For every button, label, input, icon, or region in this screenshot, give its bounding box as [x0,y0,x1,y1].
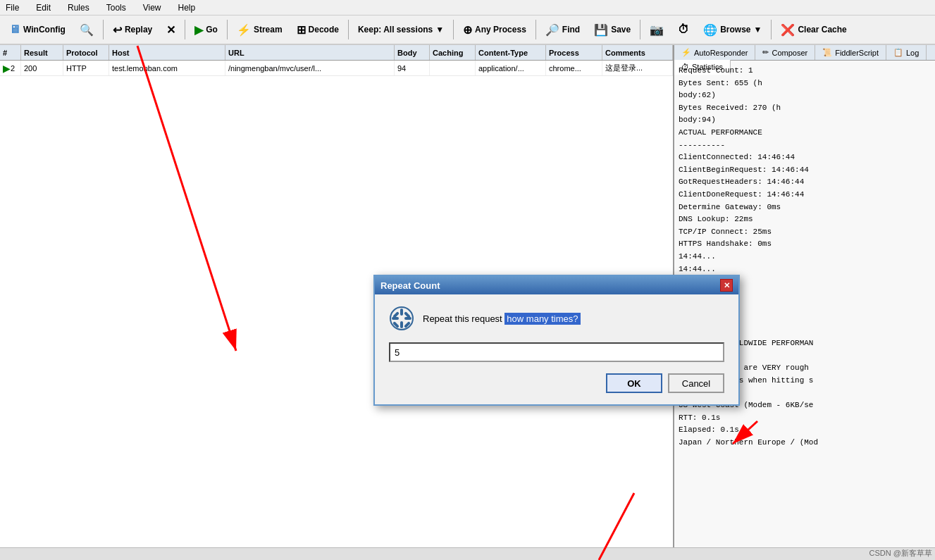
browse-icon: 🌐 [703,23,717,37]
go-icon: ▶ [194,23,203,37]
replay-icon: ↩ [113,23,122,37]
search-icon: 🔍 [80,23,94,37]
menu-tools[interactable]: Tools [104,3,129,13]
stat-line: DNS Lookup: 22ms [679,213,931,226]
dialog-cancel-button[interactable]: Cancel [668,373,724,393]
toolbar: 🖥 WinConfig 🔍 ↩ Replay ✕ ▶ Go ⚡ Stream ⊞… [0,15,935,45]
stat-line: 14:44... [679,251,931,263]
replay-button[interactable]: ↩ Replay [106,18,159,41]
autoresponder-icon: ⚡ [681,48,691,57]
screenshot-icon: 📷 [650,23,664,37]
stat-line: ACTUAL PERFORMANCE [679,127,931,139]
stat-line: Bytes Sent: 655 (h [679,77,931,90]
cell-host: test.lemonban.com [109,61,225,75]
keep-dropdown-icon: ▼ [435,25,444,35]
col-header-comments: Comments [602,45,673,60]
go-button[interactable]: ▶ Go [188,18,224,41]
anyprocess-button[interactable]: ⊕ Any Process [457,18,533,41]
save-button[interactable]: 💾 Save [588,18,637,41]
save-label: Save [611,25,631,35]
remove-button[interactable]: ✕ [160,18,182,41]
screenshot-button[interactable]: 📷 [643,18,670,41]
decode-label: Decode [309,25,339,35]
dialog-titlebar: Repeat Count ✕ [375,276,738,294]
stream-button[interactable]: ⚡ Stream [230,18,289,41]
row-icon: ▶ [3,63,11,74]
tab-autoresponder[interactable]: ⚡ AutoResponder [674,45,755,60]
find-label: Find [562,25,580,35]
autoresponder-label: AutoResponder [694,49,748,57]
toolbar-sep-7 [640,20,640,39]
toolbar-sep-5 [453,20,454,39]
anyprocess-label: Any Process [475,25,526,35]
status-bar [0,547,935,560]
menu-edit[interactable]: Edit [33,3,54,13]
dialog-prompt-row: Repeat this request how many times? [389,306,724,331]
menu-help[interactable]: Help [175,3,199,13]
toolbar-sep-6 [535,20,536,39]
clearcache-label: Clear Cache [798,25,846,35]
stat-line: ClientDoneRequest: 14:46:44 [679,189,931,201]
stat-line: TCP/IP Connect: 25ms [679,226,931,239]
stat-line: ClientBeginRequest: 14:46:44 [679,164,931,177]
cell-url: /ningmengban/mvc/user/l... [225,61,395,75]
toolbar-sep-8 [771,20,772,39]
cell-comments: 这是登录... [602,61,673,75]
col-header-content: Content-Type [476,45,546,60]
dialog-body: Repeat this request how many times? OK C… [375,294,738,404]
clearcache-button[interactable]: ❌ Clear Cache [774,18,853,41]
menu-file[interactable]: File [3,3,22,13]
stream-icon: ⚡ [237,23,251,37]
table-row[interactable]: ▶ 2 200 HTTP test.lemonban.com /ningmeng… [0,61,673,76]
col-header-url: URL [225,45,395,60]
tab-fiddlerscript[interactable]: 📜 FiddlerScript [815,45,886,60]
col-header-host: Host [109,45,225,60]
menu-view[interactable]: View [140,3,164,13]
toolbar-sep-4 [348,20,349,39]
col-header-caching: Caching [430,45,476,60]
decode-button[interactable]: ⊞ Decode [290,18,345,41]
menu-rules[interactable]: Rules [65,3,92,13]
stat-line: Elapsed: 0.1s [679,424,931,437]
dialog-buttons: OK Cancel [389,373,724,393]
cell-num: ▶ 2 [0,61,21,75]
winconfig-button[interactable]: 🖥 WinConfig [3,18,72,41]
col-header-body: Body [395,45,430,60]
dialog-prompt-highlight: how many times? [504,313,580,325]
toolbar-sep-2 [185,20,185,39]
cell-result: 200 [21,61,63,75]
winconfig-icon: 🖥 [9,23,20,36]
find-icon: 🔎 [545,23,559,37]
cell-protocol: HTTP [63,61,109,75]
browse-button[interactable]: 🌐 Browse ▼ [697,18,768,41]
search-button[interactable]: 🔍 [73,18,100,41]
svg-rect-1 [400,309,403,316]
stat-line: Determine Gateway: 0ms [679,201,931,214]
dialog-ok-button[interactable]: OK [606,373,662,393]
repeat-count-dialog: Repeat Count ✕ Repeat this request [373,275,740,406]
save-icon: 💾 [594,23,608,37]
timer-button[interactable]: ⏱ [671,18,695,41]
find-button[interactable]: 🔎 Find [539,18,586,41]
stat-line: body:94) [679,114,931,127]
dialog-close-button[interactable]: ✕ [720,279,733,292]
fiddlerscript-icon: 📜 [822,48,832,57]
log-icon: 📋 [893,48,903,57]
cell-caching [430,61,476,75]
menu-bar: File Edit Rules Tools View Help [0,0,935,15]
stat-line: Japan / Northern Europe / (Mod [679,437,931,449]
stat-line: 14:44... [679,263,931,276]
col-header-protocol: Protocol [63,45,109,60]
tab-log[interactable]: 📋 Log [886,45,927,60]
cell-content-type: application/... [476,61,546,75]
right-panel-tabs: ⚡ AutoResponder ✏ Composer 📜 FiddlerScri… [674,45,935,61]
clearcache-icon: ❌ [781,23,795,37]
go-label: Go [206,25,218,35]
keep-button[interactable]: Keep: All sessions ▼ [352,18,450,41]
dialog-prompt-text: Repeat this request how many times? [423,313,581,324]
stat-line: ClientConnected: 14:46:44 [679,151,931,164]
anyprocess-icon: ⊕ [463,23,472,37]
tab-composer[interactable]: ✏ Composer [755,45,815,60]
winconfig-label: WinConfig [23,25,66,35]
repeat-count-input[interactable] [389,342,724,362]
